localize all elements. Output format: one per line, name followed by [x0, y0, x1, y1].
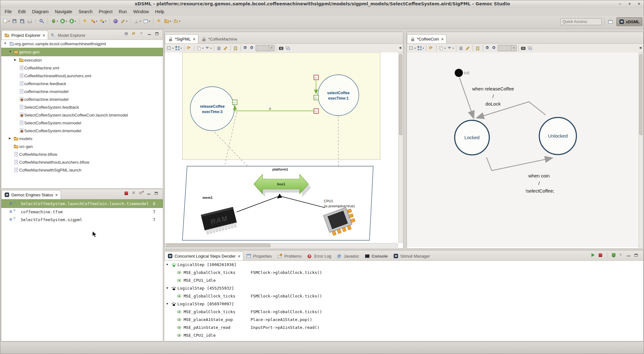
agent-releasecoffee[interactable] — [190, 87, 234, 131]
menu-search[interactable]: Search — [75, 8, 96, 15]
tree-item[interactable]: src-gen — [1, 143, 163, 150]
tab-concurrentlogicalstepsdecider[interactable]: Concurrent Logical Steps Decider× — [164, 251, 243, 260]
snapshot-button[interactable] — [520, 45, 527, 52]
tree-item[interactable]: SelectCoffeeSystem.timemodel — [1, 127, 163, 135]
view-menu-icon[interactable] — [139, 31, 145, 36]
paste-button[interactable] — [475, 45, 481, 52]
collapse-panel-icon[interactable]: ◀ — [639, 46, 641, 49]
link-editor-icon[interactable] — [132, 31, 137, 36]
tab-stimulimanager[interactable]: Stimuli Manager — [391, 252, 433, 260]
tab-console[interactable]: Console — [362, 252, 391, 260]
expanded-arrow-icon[interactable]: ▼ — [166, 302, 168, 305]
menu-help[interactable]: Help — [152, 8, 167, 15]
stop-icon[interactable] — [124, 191, 129, 196]
mse-event-row[interactable]: MSE_placeA1State_popPlace->placeA1State.… — [164, 316, 643, 324]
tree-item[interactable]: SelectCoffeeSystem.launchCoffeeCoin.laun… — [1, 111, 163, 119]
refresh-button[interactable] — [186, 45, 192, 52]
filter-button[interactable]: ▾ — [204, 45, 212, 52]
import-button[interactable]: ▾ — [133, 18, 142, 25]
run-button[interactable]: ▾ — [59, 18, 68, 25]
horizontal-scrollbar[interactable] — [165, 243, 398, 248]
copy-button[interactable]: ▾ — [438, 45, 446, 52]
arrange-button[interactable]: ▾ — [416, 45, 425, 52]
collapse-panel-icon[interactable]: ◀ — [399, 46, 401, 49]
shield-icon[interactable] — [611, 253, 616, 258]
maximize-window-button[interactable]: + — [627, 1, 632, 7]
menu-window[interactable]: Window — [130, 8, 152, 15]
edit-props-button[interactable] — [464, 45, 471, 52]
mse-event-row[interactable]: MSE_globalClock_ticksFSMClock->globalClo… — [164, 308, 643, 316]
quick-access-input[interactable]: Quick Access — [560, 18, 602, 25]
menu-navigate[interactable]: Navigate — [52, 8, 75, 15]
menu-file[interactable]: File — [2, 8, 15, 15]
engine-row[interactable]: coffemachine.tfsm7 — [1, 208, 163, 216]
save-button[interactable] — [11, 18, 18, 25]
new-wizard-button[interactable]: ▾ — [2, 18, 10, 25]
zoom-combo[interactable]: ▾ — [256, 45, 275, 51]
sigpml-canvas[interactable]: platform1 bus1 mem1 RAM CPU1 (is preempt… — [165, 52, 398, 243]
tree-item[interactable]: ▶execution — [1, 56, 163, 64]
pencil-button[interactable]: ▾ — [120, 18, 128, 25]
minimize-icon[interactable] — [146, 191, 152, 196]
tree-item[interactable]: SelectCoffeeSystem.msemodel — [1, 119, 163, 127]
tab-problems[interactable]: Problems — [275, 252, 304, 260]
mse-event-row[interactable]: MSE_globalClock_ticksFSMClock->globalClo… — [164, 292, 643, 300]
maximize-icon[interactable] — [634, 253, 639, 258]
minimize-icon[interactable] — [147, 31, 152, 36]
close-icon[interactable]: × — [441, 37, 444, 41]
zoom-in-button[interactable] — [242, 45, 249, 52]
editor-tab-sigpml[interactable]: *SigPML× — [165, 34, 198, 43]
close-icon[interactable]: × — [193, 37, 196, 41]
tree-item[interactable]: coffemachine.timemodel — [1, 95, 163, 103]
perspective-xdsml-button[interactable]: xDSML — [616, 17, 642, 26]
menu-run[interactable]: Run — [116, 8, 130, 15]
editor-tab-coffeecoin[interactable]: *CoffeeCoin× — [407, 34, 447, 43]
refresh-button[interactable] — [428, 45, 435, 52]
tab-projectexplorer[interactable]: Project Explorer× — [1, 30, 48, 40]
minimize-icon[interactable] — [626, 253, 631, 258]
delete-all-icon[interactable] — [139, 191, 144, 196]
filter-button[interactable]: ▾ — [446, 45, 454, 52]
close-window-button[interactable]: × — [636, 1, 642, 7]
close-icon[interactable]: × — [55, 193, 58, 197]
menu-project[interactable]: Project — [96, 8, 116, 15]
zoom-out-button[interactable] — [249, 45, 256, 52]
initial-state-dot[interactable] — [455, 69, 463, 77]
editor-tab-coffeemachine[interactable]: *CoffeeMachine — [198, 35, 240, 43]
engine-row[interactable]: SelectCoffeeSystem.sigpml7 — [1, 216, 163, 224]
tree-item[interactable]: coffemachine.msemodel — [1, 88, 163, 95]
copy-button[interactable]: ▾ — [196, 45, 204, 52]
layers-button[interactable] — [527, 45, 533, 52]
window-button[interactable]: ▾ — [142, 18, 151, 25]
logical-step-row[interactable]: ▼LogicalStep [455255932] — [164, 284, 643, 292]
search-button[interactable] — [38, 18, 45, 25]
tab-modelexplorer[interactable]: Model Explorer — [48, 31, 88, 40]
vertical-sash[interactable] — [163, 29, 164, 341]
hand-button[interactable]: ▾ — [173, 18, 181, 25]
vertical-scrollbar[interactable] — [398, 53, 402, 243]
stop-decider-icon[interactable] — [598, 253, 603, 258]
tree-item[interactable]: SelectCoffeeSystem.feedback — [1, 103, 163, 111]
tab-gemoc-engines-status[interactable]: Gemoc Engines Status × — [1, 190, 61, 199]
star-plain-button[interactable] — [156, 18, 163, 25]
expanded-arrow-icon[interactable]: ▼ — [166, 263, 168, 266]
tree-item[interactable]: CoffeeMachinewithoutLaunchers.bflow — [1, 158, 163, 166]
vertical-scrollbar[interactable] — [639, 53, 643, 248]
mse-event-row[interactable]: MSE_pA1inState_readInputPort->pA1inState… — [164, 324, 643, 331]
tab-properties[interactable]: Properties — [243, 252, 275, 260]
layers-button[interactable] — [285, 45, 291, 52]
debug-button[interactable]: ▾ — [50, 18, 58, 25]
delete-icon[interactable] — [131, 191, 136, 196]
star-bcool-button[interactable]: ▾ — [90, 18, 98, 25]
mse-event-row[interactable]: MSE_CPU1_idle — [164, 331, 643, 339]
agent-selectcoffee[interactable] — [318, 75, 359, 116]
mse-event-row[interactable]: MSE_globalClock_ticksFSMClock->globalClo… — [164, 269, 643, 276]
maximize-icon[interactable] — [154, 31, 160, 36]
horizontal-sash[interactable] — [164, 249, 644, 250]
tree-item[interactable]: ▶models — [1, 135, 163, 143]
zoom-out-button[interactable] — [491, 45, 498, 52]
ball-button[interactable] — [112, 18, 119, 25]
tab-javadoc[interactable]: Javadoc — [334, 252, 362, 260]
collapsed-arrow-icon[interactable]: ▶ — [14, 58, 16, 61]
coffeecoin-canvas[interactable]: init when releaseCoffee / doLock Locked … — [407, 52, 639, 247]
